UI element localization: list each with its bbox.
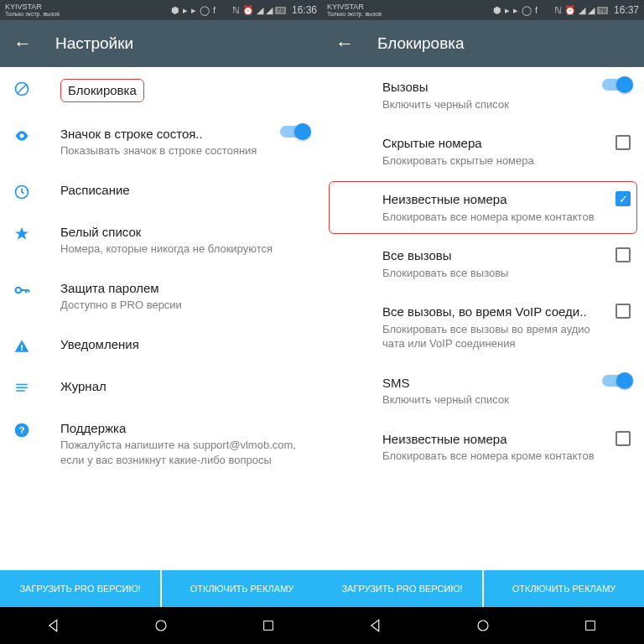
warning-icon [13, 338, 30, 355]
row-sub: Номера, которые никогда не блокируются [60, 242, 302, 257]
row-schedule[interactable]: Расписание [0, 170, 322, 212]
svg-rect-5 [21, 345, 23, 348]
svg-rect-7 [16, 383, 28, 385]
help-icon: ? [13, 422, 30, 439]
row-title: Уведомления [60, 336, 302, 353]
row-password[interactable]: Защита паролем Доступно в PRO версии [0, 268, 322, 325]
row-title: Белый список [60, 224, 302, 241]
row-sub: Блокировать все вызовы во время аудио ча… [382, 322, 609, 351]
app-header: ← Блокировка [322, 20, 644, 67]
row-title: Блокировка [60, 79, 144, 102]
svg-line-1 [18, 85, 26, 93]
disable-ads-button[interactable]: ОТКЛЮЧИТЬ РЕКЛАМУ [162, 570, 322, 607]
svg-point-14 [478, 621, 488, 631]
nav-recent-icon[interactable] [259, 616, 278, 635]
star-icon [13, 226, 30, 242]
checkbox-unknown[interactable]: ✓ [615, 191, 631, 206]
nav-bar [322, 607, 644, 644]
nav-home-icon[interactable] [152, 616, 170, 635]
row-support[interactable]: ? Поддержка Пожалуйста напишите на suppo… [0, 408, 322, 480]
row-all-calls[interactable]: Все вызовы Блокировать все вызовы [322, 236, 644, 292]
row-sub: Включить черный список [382, 97, 595, 112]
checkbox-voip[interactable] [615, 304, 631, 319]
svg-rect-9 [16, 390, 25, 392]
row-title: Журнал [60, 378, 302, 395]
checkbox-hidden[interactable] [615, 135, 631, 150]
bottom-buttons: ЗАГРУЗИТЬ PRO ВЕРСИЮ! ОТКЛЮЧИТЬ РЕКЛАМУ [0, 570, 322, 607]
app-header: ← Настройки [0, 20, 322, 67]
svg-point-4 [16, 287, 22, 293]
blocking-list: Вызовы Включить черный список Скрытые но… [322, 67, 644, 570]
row-sub: Блокировать все вызовы [382, 266, 609, 281]
row-title: Все вызовы, во время VoIP соеди.. [382, 304, 609, 320]
svg-rect-13 [264, 621, 273, 631]
page-title: Настройки [55, 34, 133, 53]
row-title: Скрытые номера [382, 135, 609, 152]
carrier-label: KYIVSTAR [5, 3, 60, 11]
row-blocking[interactable]: Блокировка [0, 67, 322, 114]
status-icons-right: ℕ⏰◢◢ 78 16:37 [554, 4, 639, 16]
row-sub: Блокировать все номера кроме контактов [382, 210, 609, 225]
list-icon [13, 380, 30, 397]
svg-point-2 [20, 133, 24, 138]
svg-point-12 [156, 621, 166, 631]
row-title: Все вызовы [382, 247, 609, 264]
status-bar: KYIVSTAR Только экстр. вызов ⬢▸▸◯f ℕ⏰◢◢ … [0, 0, 322, 20]
status-icons-right: ℕ⏰◢◢ 78 16:36 [232, 4, 317, 16]
back-icon[interactable]: ← [13, 33, 32, 55]
checkbox-all-calls[interactable] [615, 247, 631, 262]
row-log[interactable]: Журнал [0, 366, 322, 408]
bottom-buttons: ЗАГРУЗИТЬ PRO ВЕРСИЮ! ОТКЛЮЧИТЬ РЕКЛАМУ [322, 570, 644, 607]
row-title: Вызовы [382, 79, 595, 96]
load-pro-button[interactable]: ЗАГРУЗИТЬ PRO ВЕРСИЮ! [0, 570, 160, 607]
row-title: Неизвестные номера [382, 191, 609, 208]
toggle-sms[interactable] [602, 375, 631, 387]
clock: 16:37 [614, 4, 639, 16]
row-sub: Блокировать все номера кроме контактов [382, 449, 609, 464]
status-icons: ⬢▸▸◯f [171, 5, 216, 16]
block-icon [13, 80, 30, 97]
checkbox-unknown-sms[interactable] [615, 431, 631, 446]
row-sms[interactable]: SMS Включить черный список [322, 363, 644, 419]
nav-home-icon[interactable] [474, 616, 492, 635]
status-bar: KYIVSTAR Только экстр. вызов ⬢▸▸◯f ℕ⏰◢◢ … [322, 0, 644, 20]
clock: 16:36 [292, 4, 317, 16]
row-status-icon[interactable]: Значок в строке состоя.. Показывать знач… [0, 114, 322, 170]
row-title: Неизвестные номера [382, 431, 609, 448]
toggle-calls[interactable] [602, 79, 631, 91]
screen-settings: KYIVSTAR Только экстр. вызов ⬢▸▸◯f ℕ⏰◢◢ … [0, 0, 322, 644]
row-unknown[interactable]: Неизвестные номера Блокировать все номер… [322, 179, 644, 236]
row-notifications[interactable]: Уведомления [0, 325, 322, 366]
carrier-sub: Только экстр. вызов [327, 11, 382, 17]
svg-text:?: ? [18, 424, 24, 435]
row-calls[interactable]: Вызовы Включить черный список [322, 67, 644, 123]
row-sub: Показывать значок в строке состояния [60, 143, 273, 158]
row-sub: Блокировать скрытые номера [382, 153, 609, 169]
row-whitelist[interactable]: Белый список Номера, которые никогда не … [0, 212, 322, 268]
disable-ads-button[interactable]: ОТКЛЮЧИТЬ РЕКЛАМУ [484, 570, 644, 607]
row-title: Защита паролем [60, 280, 302, 297]
row-title: Значок в строке состоя.. [60, 126, 273, 143]
row-voip[interactable]: Все вызовы, во время VoIP соеди.. Блокир… [322, 292, 644, 363]
screen-blocking: KYIVSTAR Только экстр. вызов ⬢▸▸◯f ℕ⏰◢◢ … [322, 0, 644, 644]
svg-rect-15 [586, 621, 595, 631]
page-title: Блокировка [377, 34, 465, 53]
row-unknown-sms[interactable]: Неизвестные номера Блокировать все номер… [322, 419, 644, 475]
row-hidden[interactable]: Скрытые номера Блокировать скрытые номер… [322, 123, 644, 179]
svg-rect-8 [16, 387, 28, 388]
load-pro-button[interactable]: ЗАГРУЗИТЬ PRO ВЕРСИЮ! [322, 570, 482, 607]
back-icon[interactable]: ← [335, 33, 354, 55]
toggle-status-icon[interactable] [280, 126, 309, 138]
row-title: Расписание [60, 182, 302, 199]
row-sub: Включить черный список [382, 392, 595, 408]
nav-recent-icon[interactable] [581, 616, 600, 635]
eye-icon [13, 127, 30, 144]
nav-back-icon[interactable] [366, 616, 385, 635]
settings-list: Блокировка Значок в строке состоя.. Пока… [0, 67, 322, 570]
clock-icon [13, 184, 30, 200]
carrier-label: KYIVSTAR [327, 3, 382, 11]
nav-back-icon[interactable] [44, 616, 63, 635]
svg-rect-6 [21, 349, 23, 351]
status-icons: ⬢▸▸◯f [493, 5, 538, 16]
key-icon [13, 282, 30, 299]
